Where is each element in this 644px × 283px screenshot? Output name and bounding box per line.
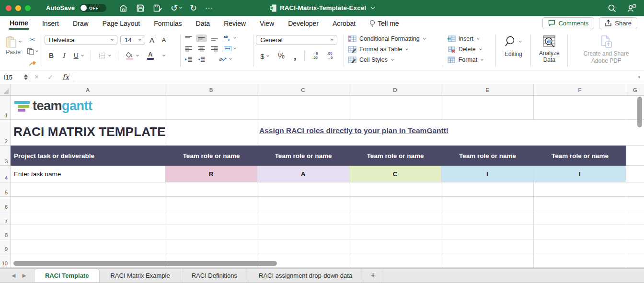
grid-cell[interactable]	[441, 211, 534, 225]
currency-dropdown-chevron[interactable]	[266, 54, 269, 57]
grid-cell[interactable]	[441, 225, 534, 239]
tab-tell-me[interactable]: Tell me	[368, 17, 400, 29]
grid-cell[interactable]	[441, 197, 534, 211]
account-icon[interactable]	[627, 4, 636, 12]
zoom-window-button[interactable]	[25, 5, 31, 11]
sheet-title-cell[interactable]: RACI MATRIX TEMPLATE	[11, 120, 165, 146]
tab-insert[interactable]: Insert	[41, 17, 60, 29]
grid-cell[interactable]	[626, 166, 644, 182]
grid-cell[interactable]	[257, 182, 349, 197]
create-share-adobe-pdf-button[interactable]: Create and Share Adobe PDF	[570, 33, 642, 68]
save-as-icon[interactable]	[153, 4, 162, 12]
grid-cell[interactable]	[11, 211, 165, 225]
grid-cell[interactable]	[165, 96, 257, 120]
borders-dropdown-chevron[interactable]	[108, 54, 111, 57]
decrease-decimal-button[interactable]: ←0.00	[311, 51, 320, 61]
percent-format-button[interactable]: %	[276, 51, 286, 61]
grid-cell[interactable]	[165, 197, 257, 211]
share-button[interactable]: Share	[599, 17, 637, 29]
grid-cell[interactable]	[534, 239, 626, 253]
increase-decimal-button[interactable]: .00→0	[325, 51, 334, 61]
grid-cell[interactable]	[349, 211, 441, 225]
number-format-select[interactable]: General	[256, 35, 337, 45]
borders-button[interactable]	[97, 51, 112, 60]
underline-dropdown-chevron[interactable]	[81, 54, 84, 57]
save-icon[interactable]	[136, 4, 145, 12]
comments-button[interactable]: Comments	[542, 17, 594, 29]
wrap-dropdown-chevron[interactable]	[233, 36, 236, 39]
merge-center-icon[interactable]	[222, 45, 237, 53]
row-number-4[interactable]: 4	[0, 166, 11, 182]
tab-developer[interactable]: Developer	[287, 17, 320, 29]
tab-draw[interactable]: Draw	[72, 17, 90, 29]
row-number-8[interactable]: 8	[0, 225, 11, 239]
grid-cell[interactable]	[626, 182, 644, 197]
column-header-d[interactable]: D	[349, 84, 441, 95]
horizontal-scrollbar-thumb[interactable]	[13, 261, 277, 266]
currency-format-button[interactable]: $	[259, 51, 270, 61]
autosave-toggle[interactable]: OFF	[80, 4, 106, 12]
increase-indent-icon[interactable]	[196, 56, 207, 63]
grid-cell[interactable]	[257, 197, 349, 211]
fill-color-button[interactable]	[124, 51, 140, 61]
italic-button[interactable]: I	[61, 51, 67, 60]
tab-formulas[interactable]: Formulas	[153, 17, 183, 29]
tab-data[interactable]: Data	[195, 17, 211, 29]
copy-icon[interactable]	[25, 47, 39, 56]
grid-cell[interactable]	[534, 225, 626, 239]
document-title-area[interactable]: RACI-Matrix-Template-Excel	[270, 4, 374, 12]
grid-cell[interactable]	[349, 239, 441, 253]
raci-cell-3[interactable]: I	[441, 166, 534, 182]
logo-cell[interactable]: teamgantt	[11, 96, 165, 120]
vertical-scrollbar-thumb[interactable]	[637, 97, 642, 127]
grid-cell[interactable]	[11, 197, 165, 211]
merge-dropdown-chevron[interactable]	[233, 46, 236, 49]
paste-dropdown-chevron[interactable]	[19, 40, 22, 43]
tab-acrobat[interactable]: Acrobat	[332, 17, 356, 29]
table-header-role-5[interactable]: Team role or name	[534, 146, 626, 166]
grid-cell[interactable]	[349, 197, 441, 211]
table-header-role-2[interactable]: Team role or name	[257, 146, 349, 166]
add-sheet-button[interactable]: +	[363, 269, 383, 282]
raci-cell-4[interactable]: I	[534, 166, 626, 182]
close-window-button[interactable]	[6, 5, 12, 11]
grid-cell[interactable]	[626, 146, 644, 166]
grid-cell[interactable]	[626, 253, 644, 268]
font-size-select[interactable]: 14	[120, 35, 145, 45]
decrease-indent-icon[interactable]	[183, 56, 194, 63]
format-cells-button[interactable]: Format	[446, 56, 494, 64]
raci-cell-2[interactable]: C	[349, 166, 441, 182]
grid-cell[interactable]	[349, 225, 441, 239]
row-number-2[interactable]: 2	[0, 120, 11, 146]
grid-cell[interactable]	[626, 225, 644, 239]
text-orientation-icon[interactable]: ab	[218, 55, 233, 63]
grid-cell[interactable]	[441, 253, 534, 268]
copy-dropdown-chevron[interactable]	[35, 49, 38, 52]
cancel-entry-icon[interactable]: ×	[34, 73, 39, 81]
orientation-dropdown-chevron[interactable]	[229, 57, 232, 60]
undo-dropdown-chevron[interactable]	[179, 6, 182, 9]
grid-cell[interactable]	[165, 225, 257, 239]
decrease-font-size-button[interactable]: Aˇ	[161, 35, 169, 45]
font-family-select[interactable]: Helvetica	[45, 35, 117, 45]
bold-button[interactable]: B	[47, 51, 55, 60]
editing-button[interactable]: Editing	[498, 33, 528, 68]
grid-cell[interactable]	[441, 239, 534, 253]
row-number-1[interactable]: 1	[0, 96, 11, 120]
grid-cell[interactable]	[534, 197, 626, 211]
grid-cell[interactable]	[257, 239, 349, 253]
undo-icon[interactable]: ↺	[171, 4, 182, 12]
grid-cell[interactable]	[349, 96, 441, 120]
formula-bar-expand-chevron[interactable]: ▼	[637, 75, 641, 79]
align-right-icon[interactable]	[209, 45, 220, 53]
tab-home[interactable]: Home	[9, 17, 29, 30]
tab-view[interactable]: View	[259, 17, 275, 29]
name-box-stepper[interactable]	[24, 74, 28, 80]
font-color-dropdown-chevron[interactable]	[162, 54, 165, 57]
delete-cells-button[interactable]: Delete	[446, 45, 494, 54]
grid-cell[interactable]	[11, 225, 165, 239]
align-center-icon[interactable]	[196, 45, 207, 53]
align-middle-icon[interactable]	[196, 34, 207, 42]
paste-button[interactable]: Paste	[4, 34, 23, 57]
task-name-cell[interactable]: Enter task name	[11, 166, 165, 182]
